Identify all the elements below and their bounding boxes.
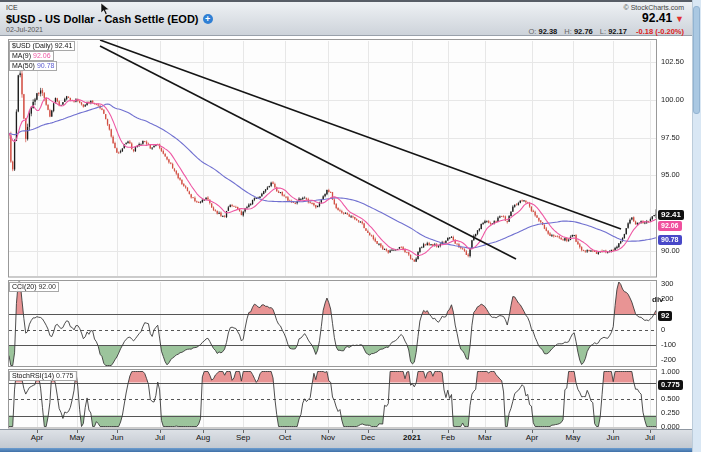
cci-axis-tick: -100 — [661, 341, 676, 349]
open-value: 92.38 — [538, 27, 557, 36]
stochrsi-axis-tick: 0.250 — [661, 409, 680, 417]
down-arrow-icon: ▼ — [675, 14, 684, 24]
last-price: 92.41 — [642, 11, 672, 25]
month-axis-label: Dec — [361, 433, 375, 442]
mouse-cursor — [100, 2, 114, 16]
month-axis-tickmark — [532, 430, 533, 433]
stochrsi-legend-value: 0.775 — [56, 372, 74, 379]
month-axis-label: 2021 — [403, 433, 421, 442]
x-axis-band — [0, 429, 692, 448]
month-axis-label: Jul — [645, 433, 655, 442]
price-chart-canvas — [0, 0, 701, 452]
month-axis-label: May — [565, 433, 580, 442]
high-value: 92.76 — [574, 27, 593, 36]
month-axis-tickmark — [203, 430, 204, 433]
symbol-legend-label: $USD (Daily) — [12, 42, 53, 49]
month-axis-label: Sep — [236, 433, 250, 442]
cci-axis-tick: 0 — [661, 326, 665, 334]
month-axis-tickmark — [37, 430, 38, 433]
cci-axis-tick: 300 — [661, 280, 674, 288]
cci-legend-value: 92.00 — [38, 283, 56, 290]
ma9-legend-value: 92.06 — [33, 52, 51, 59]
stochrsi-axis-tick: 0.000 — [661, 423, 680, 431]
axis-value-tag: 92.41 — [658, 210, 684, 220]
high-label: H: — [564, 27, 572, 36]
month-axis-label: Oct — [279, 433, 291, 442]
ma50-legend: MA(50) 90.78 — [9, 61, 57, 71]
month-axis-tickmark — [328, 430, 329, 433]
month-axis-label: Nov — [321, 433, 335, 442]
cci-legend-label: CCI(20) — [12, 283, 37, 290]
month-axis-tickmark — [285, 430, 286, 433]
scrollbar-thumb[interactable] — [693, 6, 700, 114]
month-axis-tickmark — [448, 430, 449, 433]
month-axis-tickmark — [77, 430, 78, 433]
stochrsi-legend-label: StochRSI(14) — [12, 372, 54, 379]
price-axis-tick: 90.00 — [661, 247, 680, 255]
ma9-legend-label: MA(9) — [12, 52, 31, 59]
month-axis-label: May — [69, 433, 84, 442]
ohlc-row: O: 92.38 H: 92.76 L: 92.17 -0.18 (-0.20%… — [528, 27, 684, 36]
price-axis-tick: 100.00 — [661, 96, 684, 104]
month-axis-tickmark — [573, 430, 574, 433]
month-axis-tickmark — [117, 430, 118, 433]
ma50-legend-value: 90.78 — [37, 62, 55, 69]
info-plus-icon[interactable]: + — [203, 14, 213, 24]
price-panel-legend: $USD (Daily) 92.41 — [9, 41, 75, 51]
month-axis-tickmark — [368, 430, 369, 433]
change-value: -0.18 (-0.20%) — [636, 27, 684, 36]
month-axis-label: Jun — [111, 433, 124, 442]
stockcharts-chart-page: ICE $USD - US Dollar - Cash Settle (EOD)… — [0, 0, 701, 452]
stochrsi-axis-tick: 1.000 — [661, 368, 680, 376]
low-value: 92.17 — [608, 27, 627, 36]
price-axis-tick: 95.00 — [661, 171, 680, 179]
month-axis-label: Aug — [196, 433, 210, 442]
ma9-legend: MA(9) 92.06 — [9, 51, 54, 61]
month-axis-label: Jul — [155, 433, 165, 442]
axis-value-tag: 0.775 — [658, 380, 683, 390]
stochrsi-legend: StochRSI(14) 0.775 — [9, 371, 77, 381]
month-axis-label: Apr — [31, 433, 43, 442]
axis-value-tag: 90.78 — [658, 235, 682, 245]
month-axis-label: Mar — [478, 433, 492, 442]
cci-axis-tick: 200 — [661, 295, 674, 303]
axis-value-tag: 92.06 — [658, 221, 682, 231]
month-axis-label: Jun — [607, 433, 620, 442]
cci-axis-tick: -200 — [661, 356, 676, 364]
low-label: L: — [600, 27, 606, 36]
ma50-legend-label: MA(50) — [12, 62, 35, 69]
month-axis-tickmark — [412, 430, 413, 433]
chart-date: 02-Jul-2021 — [6, 26, 213, 34]
cci-legend: CCI(20) 92.00 — [9, 282, 59, 292]
stochrsi-axis-tick: 0.500 — [661, 395, 680, 403]
month-axis-tickmark — [160, 430, 161, 433]
month-axis-tickmark — [613, 430, 614, 433]
month-axis-tickmark — [650, 430, 651, 433]
axis-value-tag: 92 — [658, 311, 672, 321]
open-label: O: — [528, 27, 536, 36]
month-axis-tickmark — [243, 430, 244, 433]
month-axis-tickmark — [485, 430, 486, 433]
month-axis-label: Feb — [441, 433, 455, 442]
price-axis-tick: 102.50 — [661, 58, 684, 66]
bottom-frame-bar — [0, 448, 692, 452]
price-axis-tick: 97.50 — [661, 134, 680, 142]
scrollbar-track[interactable] — [692, 0, 701, 452]
symbol-legend-value: 92.41 — [55, 42, 73, 49]
month-axis-label: Apr — [526, 433, 538, 442]
